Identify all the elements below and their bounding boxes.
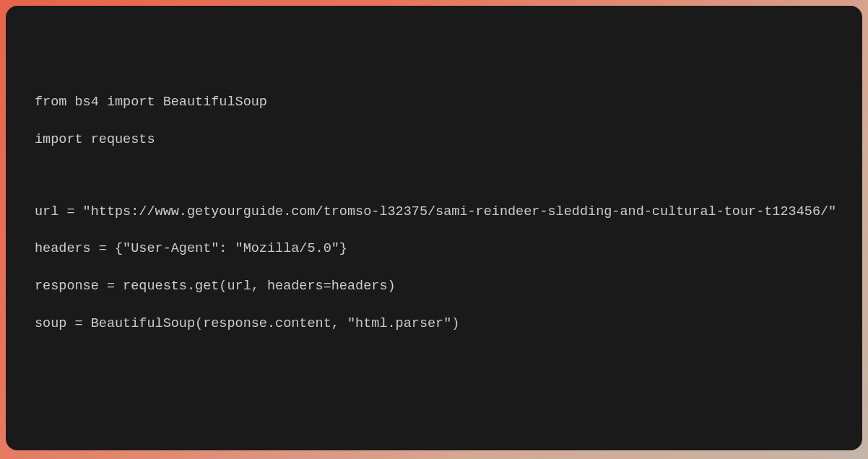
code-line-6: soup = BeautifulSoup(response.content, "…	[35, 314, 833, 334]
code-line-5: response = requests.get(url, headers=hea…	[35, 276, 833, 297]
code-line-1: from bs4 import BeautifulSoup	[35, 92, 833, 113]
code-line-2: import requests	[35, 130, 833, 150]
code-line-4: headers = {"User-Agent": "Mozilla/5.0"}	[35, 239, 833, 259]
code-panel: from bs4 import BeautifulSoup import req…	[6, 6, 862, 450]
blank-line	[35, 167, 833, 185]
code-line-3: url = "https://www.getyourguide.com/trom…	[35, 202, 833, 222]
